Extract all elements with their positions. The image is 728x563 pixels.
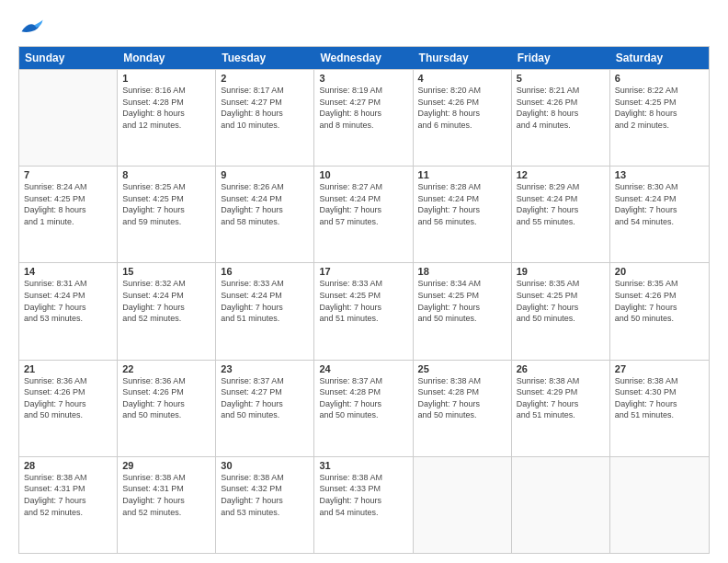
cell-info-line: Daylight: 8 hours [517, 108, 605, 120]
calendar-week-1: 1Sunrise: 8:16 AMSunset: 4:28 PMDaylight… [19, 69, 709, 166]
day-number: 13 [615, 169, 704, 180]
cell-info-line: and 50 minutes. [24, 409, 112, 421]
calendar: SundayMondayTuesdayWednesdayThursdayFrid… [18, 46, 710, 554]
cell-info-line: Sunrise: 8:38 AM [319, 472, 407, 484]
cell-info-line: Sunrise: 8:31 AM [24, 278, 112, 290]
calendar-cell: 27Sunrise: 8:38 AMSunset: 4:30 PMDayligh… [610, 361, 709, 456]
calendar-cell: 13Sunrise: 8:30 AMSunset: 4:24 PMDayligh… [610, 167, 709, 262]
cell-info-line: Sunrise: 8:28 AM [418, 181, 506, 193]
cell-info-line: Sunset: 4:25 PM [122, 193, 210, 205]
calendar-cell: 26Sunrise: 8:38 AMSunset: 4:29 PMDayligh… [512, 361, 610, 456]
day-number: 22 [122, 363, 210, 374]
cell-info-line: Sunrise: 8:36 AM [24, 375, 112, 387]
cell-info-line: Daylight: 8 hours [319, 108, 407, 120]
calendar-cell: 20Sunrise: 8:35 AMSunset: 4:26 PMDayligh… [610, 263, 709, 359]
cell-info-line: Daylight: 7 hours [615, 398, 704, 410]
cell-info-line: Sunset: 4:25 PM [24, 193, 112, 205]
calendar-week-5: 28Sunrise: 8:38 AMSunset: 4:31 PMDayligh… [19, 456, 709, 553]
cell-info-line: Daylight: 8 hours [221, 108, 309, 120]
cell-info-line: Sunset: 4:24 PM [122, 290, 210, 302]
cell-info-line: Daylight: 8 hours [122, 108, 210, 120]
cell-info-line: Sunset: 4:29 PM [517, 386, 605, 398]
cell-info-line: Sunrise: 8:17 AM [221, 85, 309, 97]
calendar-cell: 22Sunrise: 8:36 AMSunset: 4:26 PMDayligh… [118, 361, 216, 456]
cell-info-line: Daylight: 7 hours [517, 204, 605, 216]
cell-info-line: Daylight: 7 hours [418, 398, 506, 410]
cell-info-line: Sunset: 4:26 PM [418, 97, 506, 109]
cell-info-line: Sunset: 4:27 PM [221, 386, 309, 398]
day-number: 15 [122, 266, 210, 277]
cell-info-line: and 53 minutes. [221, 507, 309, 519]
day-number: 26 [517, 363, 605, 374]
cell-info-line: Daylight: 7 hours [615, 204, 704, 216]
day-number: 30 [221, 460, 309, 471]
cell-info-line: Sunset: 4:26 PM [517, 97, 605, 109]
cell-info-line: Daylight: 8 hours [418, 108, 506, 120]
cell-info-line: Sunrise: 8:37 AM [319, 375, 407, 387]
day-number: 8 [122, 169, 210, 180]
cell-info-line: Sunset: 4:32 PM [221, 483, 309, 495]
cell-info-line: Sunset: 4:24 PM [517, 193, 605, 205]
header-day-wednesday: Wednesday [314, 47, 413, 69]
calendar-cell: 30Sunrise: 8:38 AMSunset: 4:32 PMDayligh… [216, 457, 314, 553]
cell-info-line: Sunset: 4:25 PM [418, 290, 506, 302]
cell-info-line: and 53 minutes. [24, 313, 112, 325]
cell-info-line: Sunrise: 8:38 AM [615, 375, 704, 387]
cell-info-line: Sunset: 4:24 PM [221, 290, 309, 302]
calendar-cell: 17Sunrise: 8:33 AMSunset: 4:25 PMDayligh… [314, 263, 413, 359]
cell-info-line: Daylight: 7 hours [24, 302, 112, 314]
cell-info-line: Daylight: 7 hours [221, 398, 309, 410]
cell-info-line: Sunrise: 8:36 AM [122, 375, 210, 387]
calendar-week-3: 14Sunrise: 8:31 AMSunset: 4:24 PMDayligh… [19, 262, 709, 359]
cell-info-line: and 52 minutes. [122, 313, 210, 325]
cell-info-line: Daylight: 7 hours [122, 204, 210, 216]
cell-info-line: Sunrise: 8:35 AM [615, 278, 704, 290]
cell-info-line: Sunset: 4:28 PM [319, 386, 407, 398]
cell-info-line: Daylight: 7 hours [319, 398, 407, 410]
calendar-cell: 4Sunrise: 8:20 AMSunset: 4:26 PMDaylight… [414, 70, 512, 166]
cell-info-line: and 1 minute. [24, 216, 112, 228]
cell-info-line: Daylight: 7 hours [418, 302, 506, 314]
calendar-cell: 15Sunrise: 8:32 AMSunset: 4:24 PMDayligh… [118, 263, 216, 359]
cell-info-line: Sunset: 4:24 PM [24, 290, 112, 302]
cell-info-line: Sunset: 4:26 PM [615, 290, 704, 302]
calendar-cell: 9Sunrise: 8:26 AMSunset: 4:24 PMDaylight… [216, 167, 314, 262]
cell-info-line: Daylight: 7 hours [221, 204, 309, 216]
day-number: 24 [319, 363, 407, 374]
cell-info-line: Daylight: 7 hours [319, 495, 407, 507]
day-number: 3 [319, 73, 407, 84]
cell-info-line: Sunrise: 8:24 AM [24, 181, 112, 193]
cell-info-line: Sunset: 4:27 PM [221, 97, 309, 109]
cell-info-line: Sunrise: 8:35 AM [517, 278, 605, 290]
cell-info-line: Daylight: 7 hours [517, 398, 605, 410]
cell-info-line: Sunset: 4:24 PM [221, 193, 309, 205]
calendar-cell: 8Sunrise: 8:25 AMSunset: 4:25 PMDaylight… [118, 167, 216, 262]
cell-info-line: Sunset: 4:30 PM [615, 386, 704, 398]
calendar-cell: 6Sunrise: 8:22 AMSunset: 4:25 PMDaylight… [610, 70, 709, 166]
calendar-cell [512, 457, 610, 553]
cell-info-line: Sunrise: 8:33 AM [319, 278, 407, 290]
calendar-cell: 18Sunrise: 8:34 AMSunset: 4:25 PMDayligh… [414, 263, 512, 359]
calendar-cell: 5Sunrise: 8:21 AMSunset: 4:26 PMDaylight… [512, 70, 610, 166]
day-number: 12 [517, 169, 605, 180]
cell-info-line: Daylight: 7 hours [221, 495, 309, 507]
day-number: 19 [517, 266, 605, 277]
cell-info-line: Sunrise: 8:37 AM [221, 375, 309, 387]
cell-info-line: Sunrise: 8:26 AM [221, 181, 309, 193]
calendar-cell: 3Sunrise: 8:19 AMSunset: 4:27 PMDaylight… [314, 70, 413, 166]
cell-info-line: and 52 minutes. [122, 507, 210, 519]
day-number: 20 [615, 266, 704, 277]
cell-info-line: Sunset: 4:24 PM [418, 193, 506, 205]
cell-info-line: Daylight: 7 hours [122, 495, 210, 507]
day-number: 6 [615, 73, 704, 84]
cell-info-line: and 51 minutes. [517, 409, 605, 421]
header-day-sunday: Sunday [19, 47, 118, 69]
cell-info-line: Sunrise: 8:38 AM [24, 472, 112, 484]
day-number: 18 [418, 266, 506, 277]
cell-info-line: Sunrise: 8:38 AM [221, 472, 309, 484]
cell-info-line: Sunrise: 8:38 AM [517, 375, 605, 387]
cell-info-line: and 50 minutes. [418, 409, 506, 421]
calendar-cell [610, 457, 709, 553]
day-number: 17 [319, 266, 407, 277]
calendar-cell: 1Sunrise: 8:16 AMSunset: 4:28 PMDaylight… [118, 70, 216, 166]
